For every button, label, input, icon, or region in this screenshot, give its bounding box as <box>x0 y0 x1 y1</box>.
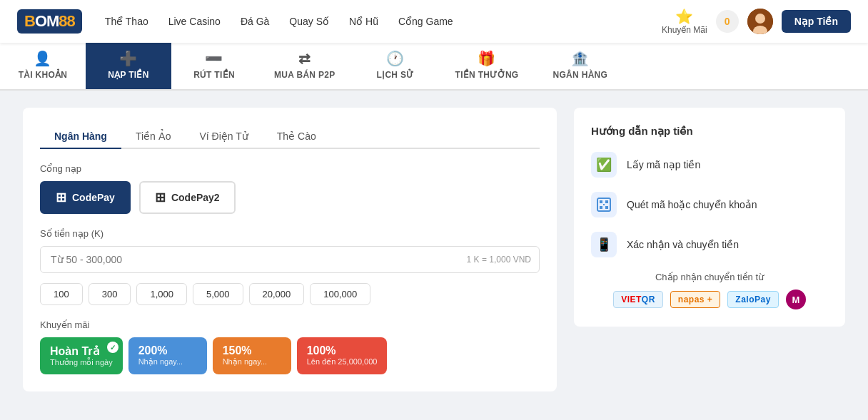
cong-nap-label: Cổng nạp <box>40 163 540 174</box>
khuyen-mai-button[interactable]: ⭐ Khuyến Mãi <box>662 8 707 35</box>
quick-amount-20000[interactable]: 20,000 <box>249 283 305 305</box>
promo-card-100[interactable]: 100% Lên đến 25,000,000 <box>297 337 388 374</box>
clock-icon: 🕐 <box>386 50 404 67</box>
sub-nav-tien-thuong[interactable]: 🎁 TIỀN THƯỞNG <box>438 43 536 89</box>
logos-row: VIETQR napas + ZaloPay M <box>591 290 828 309</box>
step1-text: Lấy mã nạp tiền <box>627 159 700 170</box>
gift-icon: 🎁 <box>478 50 495 67</box>
promo-200-title: 200% <box>138 344 197 357</box>
khuyen-mai-section-label: Khuyến mãi <box>40 319 540 330</box>
avatar[interactable] <box>747 9 773 34</box>
svg-rect-7 <box>603 204 605 205</box>
codepay2-icon: ⊞ <box>155 190 166 205</box>
svg-rect-6 <box>600 206 602 209</box>
nav-item-the-thao[interactable]: Thể Thao <box>105 16 148 27</box>
codepay-button[interactable]: ⊞ CodePay <box>40 181 131 214</box>
quick-amount-300[interactable]: 300 <box>89 283 131 305</box>
quick-amount-1000[interactable]: 1,000 <box>136 283 187 305</box>
tab-the-cao[interactable]: Thẻ Cào <box>263 125 330 149</box>
guide-step-2: Quét mã hoặc chuyển khoản <box>591 192 828 217</box>
payment-logos-title: Chấp nhận chuyển tiền từ <box>591 272 828 282</box>
step1-icon: ✅ <box>591 152 617 178</box>
quick-amount-100[interactable]: 100 <box>40 283 83 305</box>
promo-cards: ✓ Hoàn Trả Thưởng mỗi ngày 200% Nhận nga… <box>40 337 540 374</box>
svg-rect-5 <box>605 200 608 203</box>
sub-nav: 👤 TÀI KHOẢN ➕ NẠP TIỀN ➖ RÚT TIỀN ⇄ MUA … <box>0 43 868 91</box>
nav-item-no-hu[interactable]: Nổ Hũ <box>349 16 378 27</box>
guide-step-1: ✅ Lấy mã nạp tiền <box>591 152 828 178</box>
tab-vi-dien-tu[interactable]: Ví Điện Tử <box>186 125 263 149</box>
notification-badge[interactable]: 0 <box>716 10 739 33</box>
svg-rect-4 <box>600 200 602 203</box>
quick-amounts: 100 300 1,000 5,000 20,000 100,000 <box>40 283 540 305</box>
star-icon: ⭐ <box>675 8 693 25</box>
zalopay-logo: ZaloPay <box>727 291 779 308</box>
amount-input[interactable] <box>40 246 540 273</box>
promo-card-150[interactable]: 150% Nhận ngay... <box>213 337 291 374</box>
codepay-icon: ⊞ <box>56 190 66 205</box>
header: BOM88 Thể Thao Live Casino Đá Gà Quay Số… <box>0 0 868 43</box>
promo-card-200[interactable]: 200% Nhận ngay... <box>128 337 207 374</box>
payment-logos: Chấp nhận chuyển tiền từ VIETQR napas + … <box>591 272 828 309</box>
logo[interactable]: BOM88 <box>17 9 82 34</box>
promo-100-title: 100% <box>307 344 378 357</box>
sub-nav-lich-su[interactable]: 🕐 LỊCH SỬ <box>353 43 438 89</box>
sub-nav-mua-ban-p2p[interactable]: ⇄ MUA BÁN P2P <box>257 43 353 89</box>
khuyen-mai-label: Khuyến Mãi <box>662 25 707 35</box>
step3-icon: 📱 <box>591 232 617 257</box>
promo-150-title: 150% <box>223 344 281 357</box>
promo-100-sub: Lên đến 25,000,000 <box>307 357 378 367</box>
nav-item-live-casino[interactable]: Live Casino <box>168 16 221 27</box>
minus-icon: ➖ <box>205 50 223 67</box>
right-panel: Hướng dẫn nạp tiền ✅ Lấy mã nạp tiền <box>574 108 845 391</box>
check-badge-icon: ✓ <box>107 342 118 353</box>
guide-step-3: 📱 Xác nhận và chuyển tiền <box>591 232 828 257</box>
step2-icon <box>591 192 617 217</box>
sub-nav-rut-tien[interactable]: ➖ RÚT TIỀN <box>171 43 257 89</box>
quick-amount-5000[interactable]: 5,000 <box>193 283 243 305</box>
main-content: Ngân Hàng Tiền Ảo Ví Điện Tử Thẻ Cào Cổn… <box>6 91 862 409</box>
svg-rect-8 <box>605 206 608 209</box>
tab-tien-ao[interactable]: Tiền Ảo <box>121 125 186 149</box>
amount-hint: 1 K = 1,000 VND <box>467 255 531 265</box>
momo-logo: M <box>786 290 806 309</box>
step3-text: Xác nhận và chuyển tiền <box>627 239 739 250</box>
quick-amount-100000[interactable]: 100,000 <box>310 283 370 305</box>
guide-steps: ✅ Lấy mã nạp tiền Quét m <box>591 152 828 257</box>
nav-item-cong-game[interactable]: Cổng Game <box>398 16 453 27</box>
user-icon: 👤 <box>34 50 51 67</box>
guide-title: Hướng dẫn nạp tiền <box>591 125 828 138</box>
promo-hoan-tra-sub: Thưởng mỗi ngày <box>50 358 113 367</box>
sub-nav-ngan-hang[interactable]: 🏦 NGÂN HÀNG <box>536 43 625 89</box>
svg-point-1 <box>755 14 765 24</box>
promo-150-sub: Nhận ngay... <box>223 357 281 367</box>
codepay2-button[interactable]: ⊞ CodePay2 <box>139 181 236 214</box>
payment-tabs: Ngân Hàng Tiền Ảo Ví Điện Tử Thẻ Cào <box>40 125 540 149</box>
napas-logo: napas + <box>670 291 721 308</box>
guide-box: Hướng dẫn nạp tiền ✅ Lấy mã nạp tiền <box>574 108 845 327</box>
tab-ngan-hang[interactable]: Ngân Hàng <box>40 125 121 149</box>
promo-hoan-tra-title: Hoàn Trả <box>50 344 113 358</box>
nap-tien-header-button[interactable]: Nạp Tiền <box>782 10 851 33</box>
vietqr-logo: VIETQR <box>613 291 663 308</box>
sub-nav-tai-khoan[interactable]: 👤 TÀI KHOẢN <box>0 43 86 89</box>
promo-200-sub: Nhận ngay... <box>138 357 197 367</box>
left-panel: Ngân Hàng Tiền Ảo Ví Điện Tử Thẻ Cào Cổn… <box>23 108 557 391</box>
plus-icon: ➕ <box>119 50 137 67</box>
nav-item-quay-so[interactable]: Quay Số <box>289 16 329 27</box>
payment-methods: ⊞ CodePay ⊞ CodePay2 <box>40 181 540 214</box>
step2-text: Quét mã hoặc chuyển khoản <box>627 199 757 210</box>
bank-icon: 🏦 <box>571 50 589 67</box>
header-right: ⭐ Khuyến Mãi 0 Nạp Tiền <box>662 8 851 35</box>
amount-input-wrap: 1 K = 1,000 VND <box>40 246 540 273</box>
promo-card-hoan-tra[interactable]: ✓ Hoàn Trả Thưởng mỗi ngày <box>40 337 123 374</box>
so-tien-nap-label: Số tiền nạp (K) <box>40 228 540 239</box>
main-nav: Thể Thao Live Casino Đá Gà Quay Số Nổ Hũ… <box>105 16 662 27</box>
nav-item-da-ga[interactable]: Đá Gà <box>241 16 269 27</box>
transfer-icon: ⇄ <box>298 50 311 67</box>
sub-nav-nap-tien[interactable]: ➕ NẠP TIỀN <box>86 43 171 89</box>
